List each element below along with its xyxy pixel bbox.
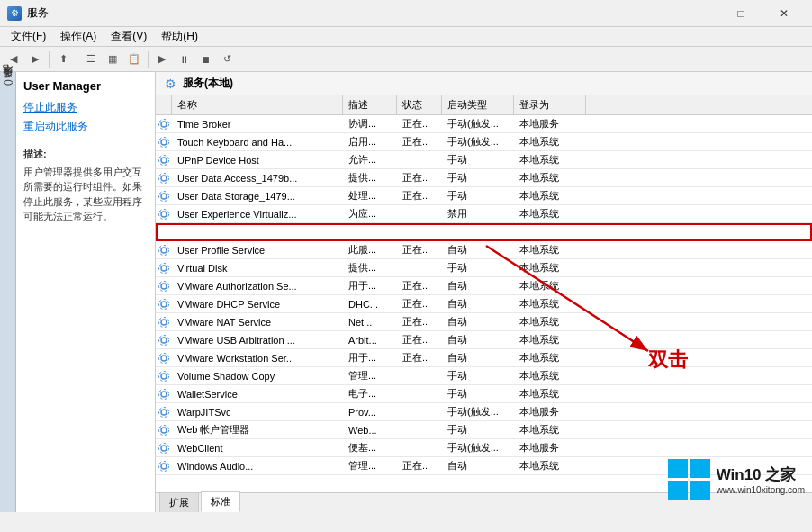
service-row-icon [156,406,172,419]
svg-point-0 [161,122,167,127]
service-status: 正在... [397,457,442,474]
restart-service-button[interactable]: ↺ [217,50,237,69]
show-button2[interactable]: ▦ [103,50,122,69]
svg-point-32 [161,410,167,415]
table-row[interactable]: Time Broker协调...正在...手动(触发...本地服务 [156,115,812,133]
service-name: WarpJITSvc [172,405,343,419]
service-name: VMware NAT Service [172,315,343,329]
svg-point-9 [159,191,169,201]
menu-help[interactable]: 帮助(H) [154,27,205,46]
service-login: 本地系统 [514,187,586,204]
restart-service-link[interactable]: 重启动此服务 [23,119,148,134]
table-row[interactable]: WalletService电子...手动本地系统 [156,385,812,403]
svg-point-19 [159,281,169,291]
th-status[interactable]: 状态 [397,95,442,114]
svg-point-13 [159,227,169,237]
service-name: VMware Workstation Ser... [172,351,343,365]
right-panel: ⚙ 服务(本地) 名称 描述 状态 启动类型 登录为 Time Broker协调… [156,72,812,512]
service-status [397,392,442,396]
table-row[interactable]: VMware DHCP ServiceDHC...正在...自动本地系统 [156,295,812,313]
show-hide-button[interactable]: ☰ [81,50,101,69]
forward-button[interactable]: ▶ [25,50,45,69]
menu-view[interactable]: 查看(V) [104,27,154,46]
table-row[interactable]: VMware Authorization Se...用于...正在...自动本地… [156,277,812,295]
service-startup: 禁用 [442,205,514,222]
svg-point-6 [161,176,167,181]
table-row[interactable]: Windows Audio...管理...正在...自动本地系统 [156,457,812,475]
service-status [397,374,442,378]
services-table[interactable]: 名称 描述 状态 启动类型 登录为 Time Broker协调...正在...手… [156,95,812,492]
service-login: 本地系统 [514,223,586,240]
table-header: 名称 描述 状态 启动类型 登录为 [156,95,812,115]
svg-point-16 [161,266,167,271]
th-startup[interactable]: 启动类型 [442,95,514,114]
up-button[interactable]: ⬆ [53,50,73,69]
desc-text: 用户管理器提供多用户交互所需要的运行时组件。如果停止此服务，某些应用程序可能无法… [23,167,142,222]
table-row[interactable]: User Experience Virtualiz...为应...禁用本地系统 [156,205,812,223]
table-row[interactable]: User Profile Service此服...正在...自动本地系统 [156,241,812,259]
service-startup: 自动 [442,331,514,348]
th-icon[interactable] [156,95,172,114]
export-button[interactable]: 📋 [124,50,144,69]
svg-point-7 [159,173,169,183]
table-row[interactable]: VMware USB Arbitration ...Arbit...正在...自… [156,331,812,349]
close-button[interactable]: ✕ [763,0,805,27]
table-row[interactable]: Virtual Disk提供...手动本地系统 [156,259,812,277]
sidebar-panel: 服务(本地) [0,72,16,512]
service-startup: 手动(触发... [442,115,514,132]
service-desc: 用于... [343,349,397,366]
table-row[interactable]: User Data Storage_1479...处理...正在...手动本地系… [156,187,812,205]
tab-standard[interactable]: 标准 [201,491,240,512]
table-row[interactable]: VMware NAT ServiceNet...正在...自动本地系统 [156,313,812,331]
table-row[interactable]: WebClient便基...手动(触发...本地服务 [156,439,812,457]
back-button[interactable]: ◀ [4,50,23,69]
service-desc: Arbit... [343,333,397,347]
tab-expand[interactable]: 扩展 [159,492,199,512]
service-name: VMware Authorization Se... [172,279,343,293]
svg-point-30 [161,392,167,397]
minimize-button[interactable]: — [677,0,718,27]
service-login: 本地系统 [514,331,586,348]
th-name[interactable]: 名称 [172,95,343,114]
table-row[interactable]: VMware Workstation Ser...用于...正在...自动本地系… [156,349,812,367]
pause-service-button[interactable]: ⏸ [174,50,194,69]
table-row[interactable]: Touch Keyboard and Ha...启用...正在...手动(触发.… [156,133,812,151]
svg-point-21 [159,299,169,309]
service-startup: 自动 [442,241,514,258]
service-status: 正在... [397,169,442,186]
window-controls: — □ ✕ [677,0,805,27]
service-desc: 处理... [343,187,397,204]
service-name: WalletService [172,387,343,401]
service-startup: 手动 [442,187,514,204]
stop-service-button[interactable]: ⏹ [195,50,215,69]
table-row[interactable]: WarpJITSvcProv...手动(触发...本地服务 [156,403,812,421]
service-startup: 手动(触发... [442,439,514,456]
stop-service-link[interactable]: 停止此服务 [23,100,148,115]
svg-point-35 [159,425,169,435]
service-row-icon [156,226,172,239]
table-row[interactable]: User Data Access_1479b...提供...正在...手动本地系… [156,169,812,187]
table-row[interactable]: Web 帐户管理器Web...手动本地系统 [156,421,812,439]
service-name: User Profile Service [172,243,343,257]
service-name: UPnP Device Host [172,153,343,167]
window-title: 服务 [27,5,49,21]
service-status [397,410,442,414]
service-desc: 提供... [343,169,397,186]
table-row[interactable]: UPnP Device Host允许...手动本地系统 [156,151,812,169]
th-login[interactable]: 登录为 [514,95,586,114]
service-login: 本地服务 [514,403,586,420]
services-header: ⚙ 服务(本地) [156,72,812,95]
menu-file[interactable]: 文件(F) [4,27,53,46]
maximize-button[interactable]: □ [720,0,762,27]
table-row[interactable]: Volume Shadow Copy管理...手动本地系统 [156,367,812,385]
th-desc[interactable]: 描述 [343,95,397,114]
start-service-button[interactable]: ▶ [152,50,172,69]
svg-point-1 [159,119,169,129]
service-login: 本地系统 [514,385,586,402]
title-bar-left: ⚙ 服务 [7,5,49,21]
service-startup: 自动 [442,349,514,366]
menu-action[interactable]: 操作(A) [53,27,104,46]
svg-point-28 [161,374,167,379]
table-row[interactable]: User Manager用户...正在...自动(触发...本地系统 [156,223,812,241]
service-login: 本地系统 [514,367,586,384]
